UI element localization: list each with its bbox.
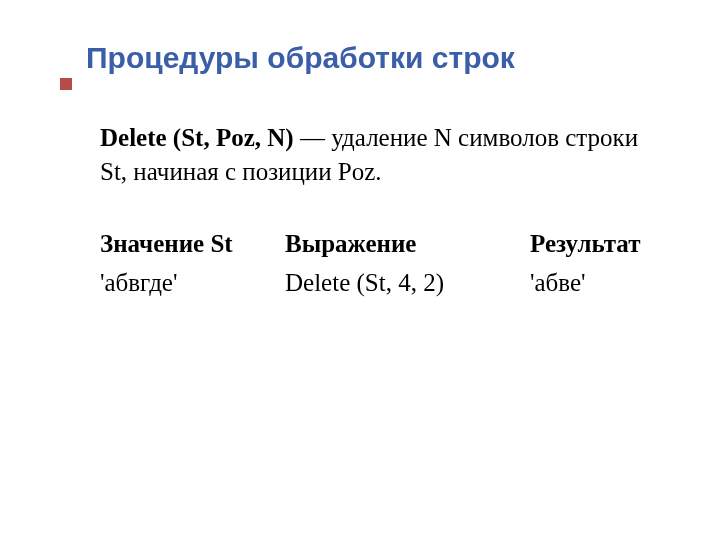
content-area: Delete (St, Poz, N) — удаление N символо… xyxy=(100,121,670,300)
table-row: 'абвгде' Delete (St, 4, 2) 'абве' xyxy=(100,266,670,300)
title-row: Процедуры обработки строк xyxy=(60,40,670,76)
header-col3: Результат xyxy=(530,227,640,261)
procedure-name: Delete (St, Poz, N) xyxy=(100,124,294,151)
cell-expression: Delete (St, 4, 2) xyxy=(285,266,530,300)
cell-result: 'абве' xyxy=(530,266,586,300)
cell-value-st: 'абвгде' xyxy=(100,266,285,300)
table-header-row: Значение St Выражение Результат xyxy=(100,227,670,261)
header-col1: Значение St xyxy=(100,227,285,261)
slide: Процедуры обработки строк Delete (St, Po… xyxy=(0,0,720,540)
header-col2: Выражение xyxy=(285,227,530,261)
bullet-icon xyxy=(60,78,72,90)
example-table: Значение St Выражение Результат 'абвгде'… xyxy=(100,227,670,301)
slide-title: Процедуры обработки строк xyxy=(86,40,515,76)
separator: — xyxy=(294,124,332,151)
procedure-description: Delete (St, Poz, N) — удаление N символо… xyxy=(100,121,670,189)
